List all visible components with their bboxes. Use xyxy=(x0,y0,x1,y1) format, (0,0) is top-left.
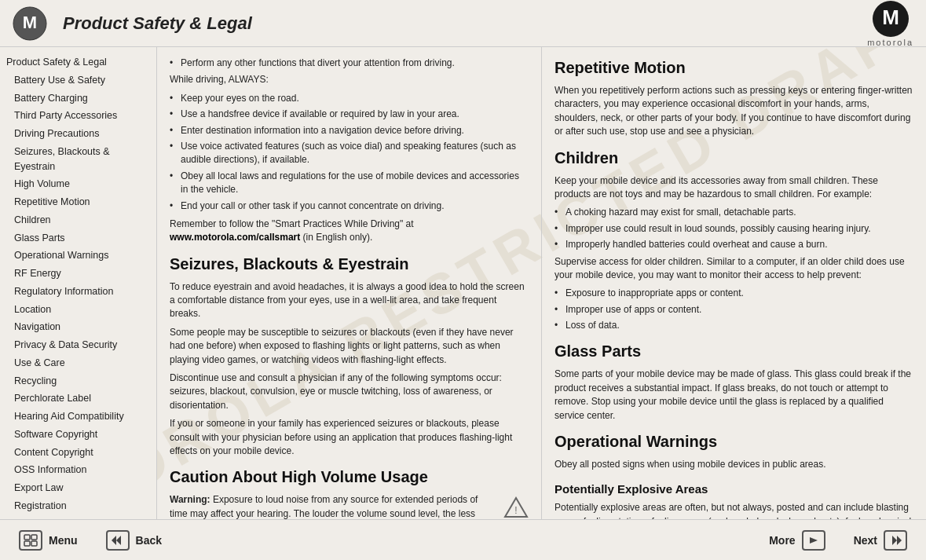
sidebar-item[interactable]: Third Party Accessories xyxy=(0,107,156,125)
more-button[interactable]: More xyxy=(763,527,831,554)
glass-p1: Some parts of your mobile device may be … xyxy=(555,368,913,423)
seizures-p2: Some people may be susceptible to seizur… xyxy=(170,326,529,367)
repetitive-title: Repetitive Motion xyxy=(555,57,913,79)
svg-marker-14 xyxy=(810,537,818,544)
svg-marker-15 xyxy=(892,536,897,545)
sidebar-item[interactable]: Recycling xyxy=(0,372,156,390)
page-title: Product Safety & Legal xyxy=(63,13,867,34)
svg-rect-10 xyxy=(24,541,30,546)
back-label: Back xyxy=(136,534,162,547)
sidebar-item[interactable]: Export Law xyxy=(0,479,156,497)
operational-p1: Obey all posted signs when using mobile … xyxy=(555,458,913,471)
svg-rect-9 xyxy=(31,535,37,540)
svg-text:M: M xyxy=(23,13,37,32)
more-icon xyxy=(802,530,825,551)
sidebar-item[interactable]: Children xyxy=(0,211,156,229)
ch-b5: •Improper use of apps or content. xyxy=(555,303,913,317)
sidebar-item[interactable]: Privacy & Data Security xyxy=(0,336,156,354)
sidebar-item[interactable]: Driving Precautions xyxy=(0,125,156,143)
main-container: Product Safety & LegalBattery Use & Safe… xyxy=(0,47,926,519)
seizures-title: Seizures, Blackouts & Eyestrain xyxy=(170,253,529,276)
sidebar-item[interactable]: Operational Warnings xyxy=(0,247,156,265)
svg-marker-13 xyxy=(116,536,121,545)
sidebar-item[interactable]: OSS Information xyxy=(0,461,156,479)
ch-b2: •Improper use could result in loud sound… xyxy=(555,222,913,236)
sidebar-item[interactable]: Repetitive Motion xyxy=(0,193,156,211)
next-label: Next xyxy=(854,534,877,547)
wb-1: •Keep your eyes on the road. xyxy=(170,92,529,105)
sidebar-item[interactable]: Content Copyright xyxy=(0,444,156,462)
sidebar-item[interactable]: Seizures, Blackouts & Eyestrain xyxy=(0,143,156,176)
ch-b3: •Improperly handled batteries could over… xyxy=(555,238,913,251)
content-wrapper: • Perform any other functions that diver… xyxy=(157,47,926,519)
menu-icon xyxy=(19,530,42,551)
back-icon xyxy=(106,530,130,551)
footer-right: More Next xyxy=(763,527,913,554)
operational-title: Operational Warnings xyxy=(555,430,913,453)
high-volume-warning-p: Warning: Exposure to loud noise from any… xyxy=(170,493,496,519)
svg-marker-12 xyxy=(112,536,116,545)
sidebar-item[interactable]: High Volume xyxy=(0,175,156,193)
sidebar-item[interactable]: Hearing Aid Compatibility xyxy=(0,408,156,426)
sidebar-item[interactable]: Navigation xyxy=(0,318,156,336)
wb-4: •Use voice activated features (such as v… xyxy=(170,140,529,167)
repetitive-p1: When you repetitively perform actions su… xyxy=(555,84,913,139)
ch-b1: •A choking hazard may exist for small, d… xyxy=(555,206,913,219)
menu-button[interactable]: Menu xyxy=(13,527,84,554)
seizures-p1: To reduce eyestrain and avoid headaches,… xyxy=(170,280,529,321)
next-icon xyxy=(884,530,907,551)
svg-text:M: M xyxy=(882,5,899,29)
sidebar-item[interactable]: Perchlorate Label xyxy=(0,390,156,408)
motorola-brand-label: motorola xyxy=(867,38,913,47)
footer: Menu Back More Next xyxy=(0,519,926,560)
smart-practices-link[interactable]: www.motorola.com/callsmart xyxy=(170,232,300,243)
wb-6: •End your call or other task if you cann… xyxy=(170,199,529,213)
sidebar-item[interactable]: Use & Care xyxy=(0,354,156,372)
next-button[interactable]: Next xyxy=(847,527,913,554)
while-driving-label: While driving, ALWAYS: xyxy=(170,73,529,86)
warning-icons: ! 0 xyxy=(503,493,529,519)
high-volume-warning-area: Warning: Exposure to loud noise from any… xyxy=(170,493,529,519)
intro-bullet-1: • Perform any other functions that diver… xyxy=(170,57,529,70)
sidebar-item[interactable]: Location xyxy=(0,301,156,319)
more-label: More xyxy=(769,534,795,547)
sidebar-item[interactable]: Regulatory Information xyxy=(0,283,156,301)
smart-practices-text: Remember to follow the "Smart Practices … xyxy=(170,218,529,245)
menu-label: Menu xyxy=(49,534,78,547)
sidebar-item[interactable]: RF Energy xyxy=(0,265,156,283)
motorola-batwing-icon: M xyxy=(872,0,910,38)
sidebar-item[interactable]: Battery Use & Safety xyxy=(0,71,156,90)
sidebar-item[interactable]: Battery Charging xyxy=(0,90,156,108)
content-left: • Perform any other functions that diver… xyxy=(157,47,542,519)
content-right: Repetitive Motion When you repetitively … xyxy=(542,47,926,519)
back-button[interactable]: Back xyxy=(100,527,168,554)
wb-3: •Enter destination information into a na… xyxy=(170,124,529,137)
header: M Product Safety & Legal M motorola xyxy=(0,0,926,47)
ch-b6: •Loss of data. xyxy=(555,319,913,332)
seizures-p4: If you or someone in your family has exp… xyxy=(170,417,529,458)
potentially-subtitle: Potentially Explosive Areas xyxy=(555,481,913,498)
wb-2: •Use a handsfree device if available or … xyxy=(170,108,529,121)
children-p1: Keep your mobile device and its accessor… xyxy=(555,174,913,202)
sidebar-item[interactable]: Glass Parts xyxy=(0,229,156,247)
warning-triangle-icon-1: ! xyxy=(503,496,529,518)
motorola-brand-logo: M motorola xyxy=(867,0,913,47)
sidebar-item[interactable]: Registration xyxy=(0,497,156,515)
svg-text:!: ! xyxy=(514,505,517,516)
motorola-m-logo: M xyxy=(13,6,47,41)
svg-rect-8 xyxy=(24,535,30,540)
children-title: Children xyxy=(555,147,913,170)
children-p2: Supervise access for older children. Sim… xyxy=(555,255,913,283)
potentially-p1: Potentially explosive areas are often, b… xyxy=(555,501,913,519)
ch-b4: •Exposure to inappropriate apps or conte… xyxy=(555,287,913,300)
sidebar-item[interactable]: Product Safety & Legal xyxy=(0,53,156,71)
sidebar: Product Safety & LegalBattery Use & Safe… xyxy=(0,47,157,519)
high-volume-warning-text-block: Warning: Exposure to loud noise from any… xyxy=(170,493,496,519)
svg-rect-11 xyxy=(31,541,37,546)
svg-marker-16 xyxy=(897,536,902,545)
wb-5: •Obey all local laws and regulations for… xyxy=(170,170,529,197)
sidebar-item[interactable]: Software Copyright xyxy=(0,426,156,444)
high-volume-title: Caution About High Volume Usage xyxy=(170,466,529,489)
glass-title: Glass Parts xyxy=(555,340,913,363)
seizures-p3: Discontinue use and consult a physician … xyxy=(170,372,529,412)
